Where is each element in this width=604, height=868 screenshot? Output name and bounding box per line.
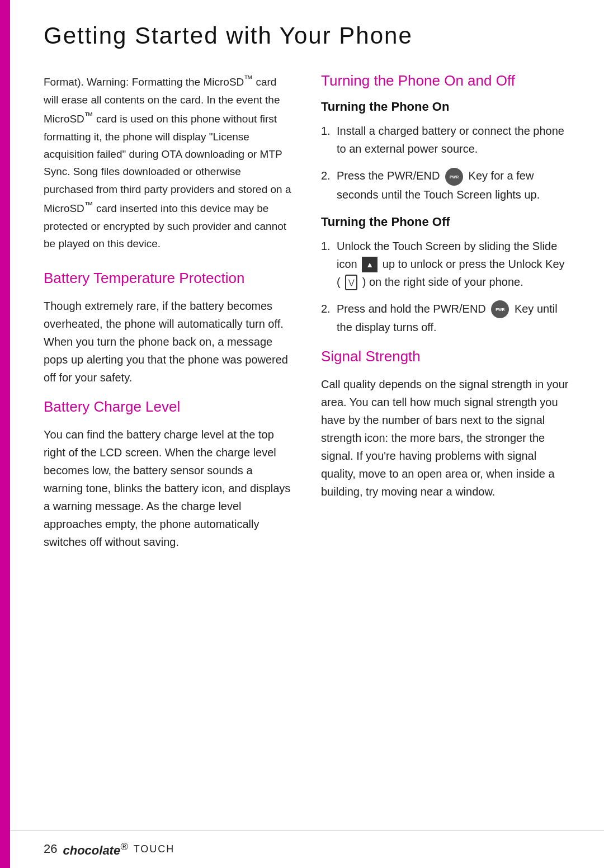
unlock-key-icon: ⋁ [345, 275, 357, 290]
left-column: Format). Warning: Formatting the MicroSD… [44, 72, 293, 562]
two-column-layout: Format). Warning: Formatting the MicroSD… [44, 72, 570, 562]
list-number: 2. [321, 167, 331, 185]
content-wrapper: Getting Started with Your Phone Format).… [10, 0, 604, 584]
page-container: Getting Started with Your Phone Format).… [0, 0, 604, 868]
signal-strength-heading: Signal Strength [321, 347, 570, 366]
list-number: 1. [321, 122, 331, 140]
battery-charge-body: You can find the battery charge level at… [44, 426, 293, 551]
turning-on-list: 1. Install a charged battery or connect … [321, 122, 570, 204]
page-footer: 26 chocolate® TOUCH [10, 830, 604, 868]
left-accent-bar [0, 0, 10, 868]
turning-off-subheading: Turning the Phone Off [321, 215, 570, 229]
slide-icon [362, 257, 378, 272]
turning-off-list: 1. Unlock the Touch Screen by sliding th… [321, 237, 570, 337]
page-title: Getting Started with Your Phone [44, 22, 570, 49]
pwr-end-icon [445, 168, 463, 186]
list-item: 1. Unlock the Touch Screen by sliding th… [321, 237, 570, 291]
pwr-end-icon-2 [491, 300, 509, 318]
list-number: 1. [321, 237, 331, 255]
right-column: Turning the Phone On and Off Turning the… [321, 72, 570, 562]
battery-charge-heading: Battery Charge Level [44, 398, 293, 417]
list-item: 1. Install a charged battery or connect … [321, 122, 570, 158]
signal-strength-body: Call quality depends on the signal stren… [321, 375, 570, 501]
brand-name: chocolate® [63, 841, 128, 858]
turning-on-subheading: Turning the Phone On [321, 100, 570, 114]
registered-symbol: ® [120, 841, 128, 852]
list-item: 2. Press the PWR/END Key for a few secon… [321, 167, 570, 204]
brand-name-text: chocolate [63, 843, 120, 857]
turning-phone-heading: Turning the Phone On and Off [321, 72, 570, 91]
battery-temp-heading: Battery Temperature Protection [44, 269, 293, 288]
list-number: 2. [321, 300, 331, 318]
page-number: 26 [44, 842, 57, 856]
battery-temp-body: Though extremely rare, if the battery be… [44, 297, 293, 386]
list-item: 2. Press and hold the PWR/END Key until … [321, 300, 570, 337]
intro-paragraph: Format). Warning: Formatting the MicroSD… [44, 72, 293, 252]
brand-suffix: TOUCH [134, 843, 175, 855]
